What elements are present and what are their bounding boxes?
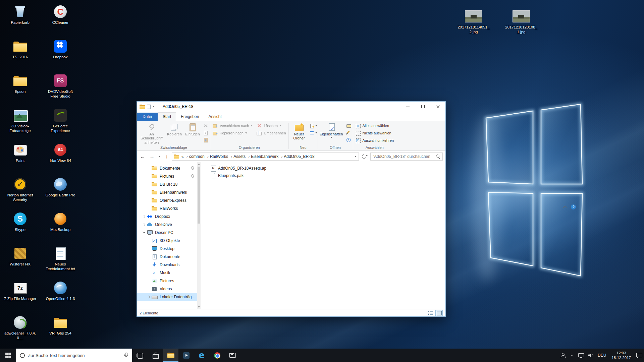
taskbar-app-button[interactable] (178, 349, 194, 362)
desktop-icon[interactable]: DVDVideoSoft Free Studio (44, 73, 77, 105)
taskbar-search-box[interactable] (16, 349, 132, 362)
desktop-icon[interactable]: 3D Vision-Fotoanzeige (3, 108, 37, 139)
desktop-file-icon[interactable]: 20171218114051_2.jpg (450, 9, 497, 41)
file-row[interactable]: Blueprints.pak (209, 172, 246, 179)
expander-icon[interactable] (147, 295, 151, 299)
nav-item[interactable]: DB BR 18 (137, 180, 197, 188)
show-hidden-icons-button[interactable] (568, 349, 576, 362)
select-all-button[interactable]: Alles auswählen (354, 122, 396, 129)
ribbon-tab[interactable]: Start (158, 112, 176, 121)
expander-icon[interactable] (147, 206, 151, 210)
paste-shortcut-button[interactable] (202, 137, 209, 142)
qat-properties-icon[interactable] (147, 105, 151, 109)
explorer-search-box[interactable] (370, 153, 443, 161)
scrollbar-thumb[interactable] (198, 167, 200, 224)
forward-button[interactable]: → (148, 153, 156, 161)
address-dropdown-icon[interactable] (355, 156, 357, 157)
nav-item[interactable]: Dropbox (137, 213, 197, 221)
nav-item[interactable]: Videos (137, 285, 197, 293)
desktop-file-icon[interactable]: 20171218120108_1.jpg (497, 9, 545, 41)
start-button[interactable] (0, 349, 16, 362)
edit-button[interactable] (345, 130, 352, 135)
desktop-icon[interactable]: 7-Zip File Manager (3, 280, 37, 312)
taskbar-search-input[interactable] (28, 353, 120, 358)
expander-icon[interactable] (147, 271, 151, 275)
expander-icon[interactable] (147, 287, 151, 291)
nav-item[interactable]: Musik (137, 269, 197, 277)
expander-icon[interactable] (142, 231, 146, 235)
details-view-button[interactable] (427, 310, 434, 316)
expander-icon[interactable] (147, 247, 151, 251)
new-item-button[interactable] (310, 123, 317, 128)
taskbar-app-button[interactable] (132, 349, 148, 362)
taskbar-app-button[interactable] (225, 349, 240, 362)
qat-customize-icon[interactable] (153, 106, 155, 107)
expander-icon[interactable] (142, 223, 146, 227)
up-button[interactable]: ↑ (162, 153, 171, 161)
taskbar-app-button[interactable] (163, 349, 178, 362)
scroll-down-button[interactable] (197, 305, 201, 309)
easy-access-button[interactable] (310, 130, 317, 135)
nav-item[interactable]: RailWorks (137, 204, 197, 213)
expander-icon[interactable] (147, 166, 151, 170)
desktop-icon[interactable]: Wisterer HX (3, 246, 37, 278)
breadcrumb-segment[interactable]: « (181, 154, 189, 159)
rename-button[interactable]: Umbenennen (255, 130, 287, 136)
address-field[interactable]: «commonRailWorksAssetsEisenbahnwerkAddOn… (172, 153, 359, 161)
desktop-icon[interactable]: Papierkorb (3, 4, 37, 36)
recent-locations-button[interactable] (157, 153, 162, 161)
nav-item[interactable]: Pictures (137, 172, 197, 180)
desktop-icon[interactable]: adwcleaner_7.0.4.0.... (3, 315, 37, 347)
breadcrumb-segment[interactable]: common (189, 154, 209, 159)
history-button[interactable] (345, 137, 352, 142)
desktop-icon[interactable]: Epson (3, 73, 37, 105)
expander-icon[interactable] (147, 263, 151, 267)
thumbnails-view-button[interactable] (435, 310, 443, 316)
close-button[interactable] (430, 102, 445, 112)
desktop-icon[interactable]: OpenOffice 4.1.3 (44, 280, 77, 312)
expander-icon[interactable] (147, 255, 151, 259)
nav-item[interactable]: Orient-Express (137, 196, 197, 204)
clock[interactable]: 12:03 18.12.2017 (608, 349, 634, 362)
desktop-icon[interactable]: MozBackup (44, 211, 77, 243)
nav-item[interactable]: Dokumente (137, 164, 197, 172)
desktop-icon[interactable]: Google Earth Pro (44, 177, 77, 208)
taskbar-app-button[interactable] (209, 349, 225, 362)
desktop-icon[interactable]: Norton Internet Security (3, 177, 37, 208)
desktop-icon[interactable]: Paint (3, 142, 37, 174)
desktop-icon[interactable]: VR_Gbs 254 (44, 315, 77, 347)
microphone-icon[interactable] (123, 352, 128, 358)
desktop-icon[interactable]: CCleaner (44, 4, 77, 36)
desktop-icon[interactable]: TS_2016 (3, 39, 37, 70)
desktop-icon[interactable]: Neues Textdokument.txt (44, 246, 77, 278)
desktop-icon[interactable]: Dropbox (44, 39, 77, 70)
nav-scrollbar[interactable] (197, 162, 201, 309)
action-center-button[interactable] (634, 349, 644, 362)
scroll-up-button[interactable] (197, 162, 201, 166)
back-button[interactable]: ← (138, 153, 147, 161)
nav-item[interactable]: Desktop (137, 245, 197, 253)
explorer-search-input[interactable] (373, 154, 436, 159)
nav-item[interactable]: Pictures (137, 277, 197, 285)
new-folder-button[interactable]: Neuer Ordner (289, 121, 309, 143)
minimize-button[interactable] (400, 102, 415, 112)
invert-selection-button[interactable]: Auswahl umkehren (354, 137, 396, 144)
breadcrumb-segment[interactable]: Assets (233, 154, 250, 159)
expander-icon[interactable] (147, 239, 151, 243)
desktop-icon[interactable]: Skype (3, 211, 37, 243)
expander-icon[interactable] (147, 279, 151, 283)
breadcrumb-segment[interactable]: RailWorks (209, 154, 233, 159)
network-button[interactable] (576, 349, 586, 362)
ribbon-tab[interactable]: Freigeben (176, 113, 204, 121)
nav-item[interactable]: Dokumente (137, 253, 197, 261)
nav-item[interactable]: OneDrive (137, 221, 197, 229)
desktop-icon[interactable]: GeForce Experience (44, 108, 77, 139)
nav-item[interactable]: Lokaler Datenträger (C:) (137, 293, 197, 301)
expander-icon[interactable] (147, 174, 151, 178)
properties-button[interactable]: Eigenschaften (319, 121, 344, 143)
expander-icon[interactable] (142, 215, 146, 219)
language-indicator[interactable]: DEU (595, 349, 608, 362)
expander-icon[interactable] (147, 182, 151, 186)
ribbon-tab[interactable]: Ansicht (204, 113, 226, 121)
people-button[interactable] (558, 349, 568, 362)
